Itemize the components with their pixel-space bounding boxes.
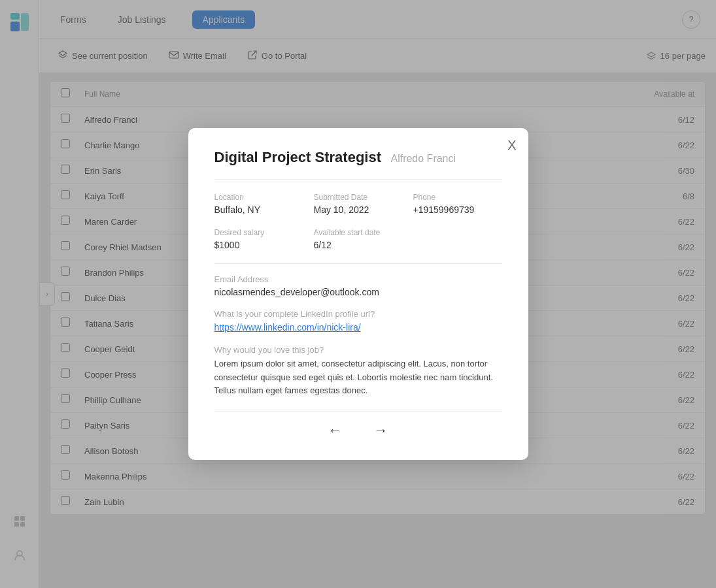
prev-applicant-button[interactable]: ← — [320, 419, 350, 442]
submitted-value: May 10, 2022 — [314, 204, 403, 215]
salary-label: Desired salary — [214, 228, 303, 237]
modal-applicant-name: Alfredo Franci — [390, 153, 456, 164]
email-value: nicolasmendes_developer@outlook.com — [214, 287, 502, 297]
phone-value: +19159969739 — [413, 204, 502, 215]
linkedin-label: What is your complete LinkedIn profile u… — [214, 309, 502, 319]
salary-value: $1000 — [214, 240, 303, 250]
modal-header: Digital Project Strategist Alfredo Franc… — [214, 149, 502, 166]
linkedin-link[interactable]: https://www.linkedin.com/in/nick-lira/ — [214, 322, 361, 333]
modal-navigation: ← → — [214, 411, 502, 442]
modal-divider-2 — [214, 263, 502, 264]
modal-overlay: X Digital Project Strategist Alfredo Fra… — [0, 0, 716, 588]
location-field: Location Buffalo, NY — [214, 193, 303, 215]
why-label: Why would you love this job? — [214, 345, 502, 355]
phone-label: Phone — [413, 193, 502, 202]
modal-details-grid: Location Buffalo, NY Submitted Date May … — [214, 193, 502, 250]
modal-close-button[interactable]: X — [507, 139, 516, 152]
modal-divider-1 — [214, 179, 502, 180]
start-date-field: Available start date 6/12 — [314, 228, 403, 250]
submitted-date-field: Submitted Date May 10, 2022 — [314, 193, 403, 215]
location-value: Buffalo, NY — [214, 204, 303, 215]
next-applicant-button[interactable]: → — [366, 419, 396, 442]
why-section: Why would you love this job? Lorem ipsum… — [214, 345, 502, 398]
phone-field: Phone +19159969739 — [413, 193, 502, 215]
modal-title: Digital Project Strategist — [214, 149, 382, 165]
start-date-value: 6/12 — [314, 240, 403, 250]
applicant-modal: X Digital Project Strategist Alfredo Fra… — [188, 128, 528, 460]
email-section: Email Address nicolasmendes_developer@ou… — [214, 274, 502, 297]
submitted-label: Submitted Date — [314, 193, 403, 202]
linkedin-section: What is your complete LinkedIn profile u… — [214, 309, 502, 333]
email-label: Email Address — [214, 274, 502, 284]
why-value: Lorem ipsum dolor sit amet, consectetur … — [214, 357, 502, 398]
start-date-label: Available start date — [314, 228, 403, 237]
location-label: Location — [214, 193, 303, 202]
salary-field: Desired salary $1000 — [214, 228, 303, 250]
